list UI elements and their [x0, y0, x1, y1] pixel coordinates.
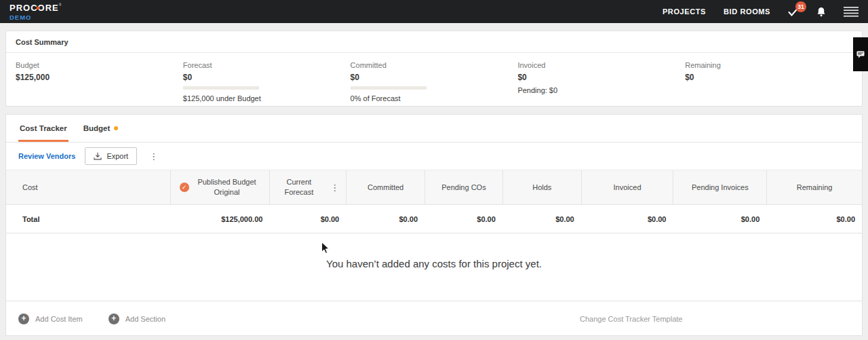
- top-nav: PROCORE® DEMO PROJECTS BID ROOMS 31: [0, 0, 868, 23]
- column-header-cost: Cost: [6, 170, 170, 204]
- nav-item-bid-rooms[interactable]: BID ROOMS: [724, 7, 770, 16]
- tab-cost-tracker[interactable]: Cost Tracker: [18, 115, 68, 142]
- published-check-icon: ✓: [180, 183, 189, 192]
- empty-state: You haven’t added any costs for this pro…: [6, 233, 862, 301]
- add-section-label: Add Section: [125, 315, 165, 323]
- total-label-cell: Total: [6, 205, 170, 233]
- total-pending-invoices: $0.00: [673, 205, 766, 233]
- column-label: Current Forecast: [274, 177, 323, 197]
- add-cost-item-label: Add Cost Item: [35, 315, 83, 323]
- total-row: Total $125,000.00 $0.00 $0.00 $0.00 $0.0…: [6, 205, 862, 233]
- export-button[interactable]: Export: [85, 147, 137, 165]
- column-header-published-budget: ✓ Published Budget Original: [170, 170, 270, 204]
- speech-bubble-icon: [856, 51, 865, 58]
- column-label: Pending Invoices: [692, 183, 749, 193]
- tabs-row: Cost Tracker Budget: [6, 115, 862, 143]
- column-header-committed: Committed: [346, 170, 425, 204]
- plus-icon: +: [18, 314, 29, 324]
- tasks-count-badge: 31: [795, 1, 806, 12]
- empty-state-message: You haven’t added any costs for this pro…: [6, 258, 862, 269]
- column-label: Committed: [368, 183, 403, 193]
- metric-value: $125,000: [16, 73, 183, 82]
- column-label: Remaining: [797, 183, 833, 193]
- column-label: Invoiced: [614, 183, 642, 193]
- add-section-button[interactable]: + Add Section: [108, 314, 165, 324]
- column-header-invoiced: Invoiced: [581, 170, 673, 204]
- column-label: Holds: [532, 183, 551, 193]
- feedback-tab[interactable]: [853, 37, 868, 71]
- column-label: Published Budget Original: [193, 177, 261, 197]
- metric-subtext: $125,000 under Budget: [183, 94, 351, 102]
- metric-committed: Committed $0 0% of Forecast: [351, 61, 518, 102]
- cost-summary-panel: Cost Summary Budget $125,000 Forecast $0…: [5, 31, 863, 107]
- cost-summary-metrics: Budget $125,000 Forecast $0 $125,000 und…: [6, 53, 862, 102]
- total-committed: $0.00: [346, 205, 425, 233]
- column-header-current-forecast: Current Forecast ⋮: [269, 170, 346, 204]
- metric-value: $0: [685, 73, 852, 82]
- total-remaining: $0.00: [766, 205, 862, 233]
- tasks-check-icon[interactable]: 31: [788, 7, 799, 16]
- committed-progress-bar: [351, 86, 427, 90]
- nav-item-projects[interactable]: PROJECTS: [663, 7, 706, 16]
- tab-label: Cost Tracker: [20, 124, 67, 132]
- metric-value: $0: [517, 73, 685, 82]
- bell-icon[interactable]: [816, 7, 826, 17]
- metric-label: Forecast: [183, 61, 351, 69]
- total-invoiced: $0.00: [581, 205, 673, 233]
- add-cost-item-button[interactable]: + Add Cost Item: [18, 314, 83, 324]
- hamburger-menu-icon[interactable]: [844, 7, 859, 17]
- budget-alert-dot: [114, 126, 118, 130]
- metric-label: Invoiced: [517, 61, 685, 69]
- metric-value: $0: [351, 73, 518, 82]
- tab-budget[interactable]: Budget: [82, 115, 120, 142]
- export-label: Export: [106, 152, 128, 160]
- total-holds: $0.00: [502, 205, 581, 233]
- column-kebab-menu[interactable]: ⋮: [328, 183, 342, 192]
- procore-logo-text: PROCORE®: [9, 3, 62, 12]
- total-published-budget: $125,000.00: [170, 205, 270, 233]
- cost-summary-title: Cost Summary: [6, 31, 862, 53]
- download-icon: [94, 152, 102, 160]
- metric-budget: Budget $125,000: [16, 61, 183, 102]
- column-header-pending-cos: Pending COs: [425, 170, 502, 204]
- total-pending-cos: $0.00: [425, 205, 502, 233]
- metric-subtext: Pending: $0: [517, 86, 685, 94]
- metric-forecast: Forecast $0 $125,000 under Budget: [183, 61, 351, 102]
- metric-invoiced: Invoiced $0 Pending: $0: [517, 61, 685, 102]
- total-current-forecast: $0.00: [269, 205, 346, 233]
- metric-subtext: 0% of Forecast: [351, 94, 518, 102]
- column-header-pending-invoices: Pending Invoices: [673, 170, 766, 204]
- demo-label: DEMO: [9, 14, 62, 21]
- column-label: Pending COs: [441, 183, 486, 193]
- table-footer: + Add Cost Item + Add Section Change Cos…: [6, 301, 862, 336]
- metric-label: Committed: [351, 61, 518, 69]
- logo-dot: [37, 7, 39, 10]
- column-header-remaining: Remaining: [766, 170, 862, 204]
- forecast-progress-bar: [183, 86, 259, 90]
- table-header-row: Cost ✓ Published Budget Original Current…: [6, 170, 862, 205]
- toolbar: Review Vendors Export ⋮: [6, 143, 862, 170]
- change-cost-tracker-template-link[interactable]: Change Cost Tracker Template: [580, 315, 682, 323]
- metric-label: Remaining: [685, 61, 852, 69]
- tab-label: Budget: [83, 124, 111, 132]
- metric-remaining: Remaining $0: [685, 61, 852, 102]
- metric-value: $0: [183, 73, 351, 82]
- plus-icon: +: [108, 314, 119, 324]
- review-vendors-link[interactable]: Review Vendors: [18, 152, 75, 160]
- cost-tracker-panel: Cost Tracker Budget Review Vendors Expor…: [5, 114, 863, 336]
- metric-label: Budget: [16, 61, 183, 69]
- procore-logo[interactable]: PROCORE® DEMO: [9, 2, 62, 21]
- column-header-holds: Holds: [502, 170, 581, 204]
- toolbar-kebab-menu[interactable]: ⋮: [146, 152, 161, 161]
- registered-mark: ®: [59, 3, 62, 7]
- column-label: Cost: [22, 183, 38, 193]
